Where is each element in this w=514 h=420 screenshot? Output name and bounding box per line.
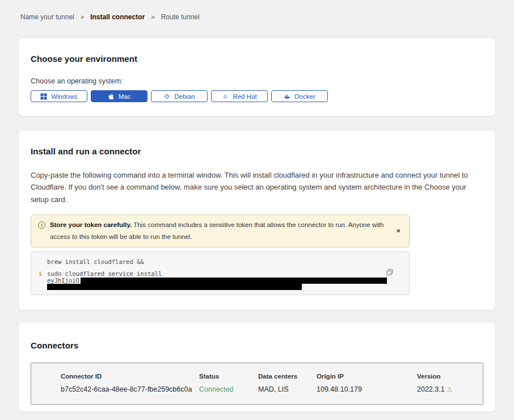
breadcrumb-step-install-connector[interactable]: Install connector (90, 13, 145, 21)
os-button-label: Docker (294, 93, 315, 100)
data-centers-cell: MAD, LIS (258, 385, 317, 393)
os-button-windows[interactable]: Windows (31, 90, 87, 102)
os-button-label: Red Hat (233, 93, 256, 100)
breadcrumb: Name your tunnel > Install connector > R… (20, 0, 496, 21)
connector-id-cell: b7c52c42-6caa-48ee-8c77-fbe259cb6c0a (61, 385, 199, 393)
breadcrumb-step-name-your-tunnel[interactable]: Name your tunnel (20, 13, 74, 21)
choose-environment-card: Choose your environment Choose an operat… (18, 37, 496, 116)
alert-circle-icon: ! (38, 221, 45, 229)
install-command-code-block: brew install cloudflared && $sudo cloudf… (31, 251, 410, 295)
docker-whale-icon (284, 93, 290, 100)
version-cell: 2022.3.1⚠ (417, 385, 477, 393)
token-prefix: eyJhIjoiO (47, 277, 79, 284)
os-button-label: Debian (174, 93, 195, 100)
origin-ip-cell: 109.48.10.179 (317, 385, 417, 393)
code-line-service-install: $sudo cloudflared service install (31, 270, 409, 277)
os-button-docker[interactable]: Docker (271, 90, 328, 102)
os-button-label: Mac (119, 93, 131, 100)
os-button-group: Windows Mac Debian Red Hat (31, 90, 483, 102)
connectors-title: Connectors (31, 341, 483, 350)
redacted-token-bar (47, 284, 302, 290)
redhat-icon (222, 93, 229, 100)
connectors-table: Connector ID Status Data centers Origin … (31, 363, 483, 405)
apple-icon (108, 93, 115, 100)
shell-prompt: $ (39, 270, 42, 277)
choose-environment-title: Choose your environment (31, 54, 483, 64)
connectors-card: Connectors Connector ID Status Data cent… (18, 322, 496, 412)
breadcrumb-step-route-tunnel: Route tunnel (161, 13, 200, 21)
token-warning-text: Store your token carefully. This command… (50, 219, 386, 242)
breadcrumb-separator: > (81, 14, 84, 20)
debian-swirl-icon (163, 93, 170, 100)
os-button-redhat[interactable]: Red Hat (211, 90, 268, 102)
os-button-label: Windows (51, 93, 78, 100)
code-line-token: eyJhIjoiO (31, 277, 409, 284)
column-header-status: Status (199, 373, 258, 380)
breadcrumb-separator: > (151, 14, 154, 20)
column-header-connector-id: Connector ID (61, 373, 199, 380)
redacted-token-bar (81, 278, 387, 284)
column-header-origin-ip: Origin IP (317, 373, 417, 380)
copy-command-button[interactable] (386, 268, 394, 276)
install-connector-description: Copy-paste the following command into a … (31, 169, 483, 205)
code-line-brew-install: brew install cloudflared && (31, 258, 409, 265)
install-connector-card: Install and run a connector Copy-paste t… (18, 130, 496, 310)
token-warning-banner: ! Store your token carefully. This comma… (31, 215, 410, 247)
column-header-version: Version (417, 373, 477, 380)
copy-icon (386, 268, 394, 276)
windows-logo-icon (40, 93, 47, 100)
tunnel-setup-page: Name your tunnel > Install connector > R… (0, 0, 514, 420)
os-button-debian[interactable]: Debian (151, 90, 208, 102)
os-select-label: Choose an operating system: (31, 77, 483, 85)
os-button-mac[interactable]: Mac (91, 90, 148, 102)
column-header-data-centers: Data centers (258, 373, 317, 380)
status-badge: Connected (199, 385, 258, 393)
version-warning-icon: ⚠ (447, 386, 453, 393)
close-icon[interactable]: ✕ (396, 228, 401, 234)
install-connector-title: Install and run a connector (31, 146, 483, 156)
token-warning-title: Store your token carefully. (50, 221, 132, 228)
